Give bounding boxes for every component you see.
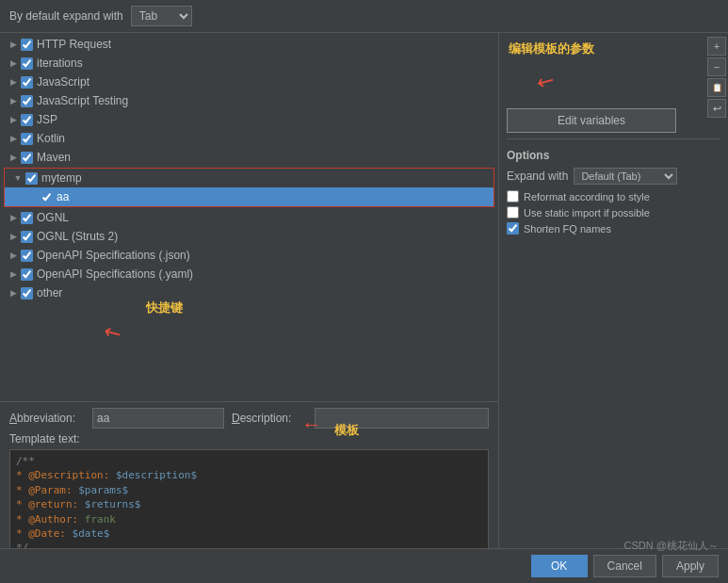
tree-item-label: OpenAPI Specifications (.json) xyxy=(37,249,190,262)
tree-checkbox[interactable] xyxy=(21,95,33,107)
tree-arrow xyxy=(8,39,19,50)
scroll-plus-btn[interactable]: + xyxy=(707,37,726,56)
tree-arrow xyxy=(8,287,19,299)
expand-with-row: Expand with Default (Tab) Tab Enter Spac… xyxy=(507,168,720,185)
ok-button[interactable]: OK xyxy=(531,555,588,577)
tree-item-label: JavaScript Testing xyxy=(37,94,128,107)
tree-item-label: OpenAPI Specifications (.yaml) xyxy=(37,267,193,281)
tree-item-openapi-yaml[interactable]: OpenAPI Specifications (.yaml) xyxy=(0,265,498,283)
options-section: Options Expand with Default (Tab) Tab En… xyxy=(499,143,728,244)
scroll-copy-btn[interactable]: 📋 xyxy=(707,78,726,97)
abbr-label: Abbreviation: xyxy=(9,412,85,425)
tree-item-label: iterations xyxy=(37,57,83,70)
top-bar: By default expand with Tab Enter Space xyxy=(0,0,728,33)
tree-arrow xyxy=(8,212,19,223)
tree-checkbox[interactable] xyxy=(21,152,33,164)
bottom-buttons: OK Cancel Apply xyxy=(0,548,728,583)
edit-vars-button[interactable]: Edit variables xyxy=(507,108,676,133)
tree-item-label: Kotlin xyxy=(37,132,65,145)
option3-checkbox[interactable] xyxy=(507,222,519,235)
tree-checkbox[interactable] xyxy=(21,57,33,70)
dialog: By default expand with Tab Enter Space H… xyxy=(0,0,728,583)
tree-item-ognl[interactable]: OGNL xyxy=(0,208,498,227)
tree-item-label: aa xyxy=(57,190,69,203)
tree-arrow xyxy=(8,114,19,125)
tree-item-jsp[interactable]: JSP xyxy=(0,110,498,129)
tree-checkbox[interactable] xyxy=(21,114,33,126)
cancel-button[interactable]: Cancel xyxy=(593,555,656,577)
options-title: Options xyxy=(507,149,720,162)
tree-checkbox[interactable] xyxy=(21,287,33,300)
tree-arrow xyxy=(8,95,19,106)
option1-checkbox[interactable] xyxy=(507,190,519,202)
tree-item-mytemp[interactable]: mytemp xyxy=(5,169,493,187)
tree-checkbox[interactable] xyxy=(40,191,53,203)
tree-checkbox[interactable] xyxy=(21,76,33,89)
tree-item-label: HTTP Request xyxy=(37,38,111,51)
tree-checkbox[interactable] xyxy=(21,39,33,51)
desc-input[interactable] xyxy=(315,408,489,429)
tree-arrow xyxy=(8,133,19,144)
tree-checkbox[interactable] xyxy=(21,250,33,262)
desc-label: Description: xyxy=(232,412,307,425)
expand-dropdown[interactable]: Tab Enter Space xyxy=(131,6,192,26)
tree-arrow xyxy=(8,268,19,280)
tree-arrow xyxy=(8,152,19,163)
tree-item-label: OGNL xyxy=(37,211,69,224)
tree-item-iterations[interactable]: iterations xyxy=(0,54,498,73)
tree-item-aa[interactable]: aa xyxy=(5,187,493,206)
tree-item-maven[interactable]: Maven xyxy=(0,148,498,167)
tree-item-javascript[interactable]: JavaScript xyxy=(0,73,498,91)
tree-item-label: OGNL (Struts 2) xyxy=(37,230,118,243)
left-panel: HTTP Request iterations JavaScript xyxy=(0,33,499,583)
tree-arrow xyxy=(12,172,24,184)
apply-button[interactable]: Apply xyxy=(662,555,719,577)
tree-item-label: JavaScript xyxy=(37,75,89,89)
tree-arrow xyxy=(8,57,19,69)
abbr-desc-row: Abbreviation: Description: xyxy=(9,408,489,429)
option1-row: Reformat according to style xyxy=(507,190,720,202)
main-area: HTTP Request iterations JavaScript xyxy=(0,33,728,583)
annotation-edit-params: 编辑模板的参数 xyxy=(509,40,594,57)
template-text-label: Template text: xyxy=(9,432,489,445)
tree-checkbox[interactable] xyxy=(21,268,33,281)
tree-item-openapi-json[interactable]: OpenAPI Specifications (.json) xyxy=(0,246,498,265)
tree-item-label: JSP xyxy=(37,113,57,126)
tree-item-label: other xyxy=(37,286,62,300)
tree-item-javascript-testing[interactable]: JavaScript Testing xyxy=(0,91,498,110)
tree-checkbox[interactable] xyxy=(21,212,33,224)
tree-item-label: mytemp xyxy=(41,171,82,185)
tree-item-kotlin[interactable]: Kotlin xyxy=(0,129,498,148)
expand-label: By default expand with xyxy=(9,9,123,23)
expand-with-select[interactable]: Default (Tab) Tab Enter Space xyxy=(574,168,677,185)
tree-checkbox[interactable] xyxy=(21,231,33,243)
option2-label: Use static import if possible xyxy=(524,207,650,219)
tree-arrow xyxy=(8,76,19,88)
tree-checkbox[interactable] xyxy=(25,172,38,185)
abbr-input[interactable] xyxy=(92,408,224,429)
option2-checkbox[interactable] xyxy=(507,206,519,219)
option3-label: Shorten FQ names xyxy=(524,223,611,235)
tree-arrow xyxy=(8,250,19,261)
scroll-undo-btn[interactable]: ↩ xyxy=(707,99,726,118)
tree-checkbox[interactable] xyxy=(21,133,33,145)
option3-row: Shorten FQ names xyxy=(507,222,720,235)
tree-item-ognl-struts2[interactable]: OGNL (Struts 2) xyxy=(0,227,498,246)
tree-item-http-request[interactable]: HTTP Request xyxy=(0,35,498,54)
template-text-area[interactable]: /** * @Description: $description$ * @Par… xyxy=(9,449,489,562)
tree-arrow xyxy=(8,231,19,242)
option1-label: Reformat according to style xyxy=(524,191,650,202)
tree-item-other[interactable]: other xyxy=(0,283,498,302)
scroll-minus-btn[interactable]: − xyxy=(707,57,726,76)
right-panel: + − 📋 ↩ 编辑模板的参数 ↙ Edit variables Options… xyxy=(499,33,728,583)
right-scroll-buttons: + − 📋 ↩ xyxy=(707,33,726,121)
tree-item-label: Maven xyxy=(37,151,71,164)
mytemp-group: mytemp aa xyxy=(4,168,494,207)
expand-with-label: Expand with xyxy=(507,170,568,183)
tree-area[interactable]: HTTP Request iterations JavaScript xyxy=(0,33,498,401)
option2-row: Use static import if possible xyxy=(507,206,720,219)
watermark: CSDN @桃花仙人～ xyxy=(624,539,719,553)
